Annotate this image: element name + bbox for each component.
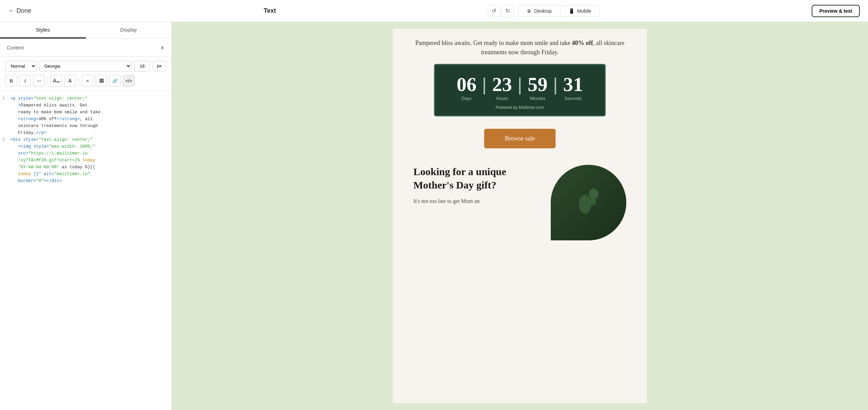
countdown-section: 06 Days | 23 Hours | 59 Minutes (393, 64, 647, 123)
code-editor[interactable]: 1 <p style="text-align: center;" >Pamper… (0, 91, 171, 410)
countdown-days: 06 Days (451, 75, 482, 101)
image-button[interactable]: 🖼 (95, 75, 107, 87)
top-bar: ← Done Text ↺ ↻ 🖥 Desktop 📱 Mobile Previ… (0, 0, 868, 22)
back-label: Done (16, 7, 31, 14)
code-line-7: 2 <div style="text-align: center;" (0, 136, 171, 143)
hero-text-before: Pampered bliss awaits. Get ready to make… (415, 39, 570, 46)
countdown-hours: 23 Hours (487, 75, 517, 101)
line-number-3 (0, 109, 10, 109)
seconds-label: Seconds (563, 96, 583, 101)
text-style-select[interactable]: Normal (5, 61, 36, 71)
back-arrow-icon: ← (8, 7, 14, 14)
link-button[interactable]: 🔗 (109, 75, 121, 87)
code-line-9: src="https://i.mailtimer.io (0, 150, 171, 157)
preview-test-button[interactable]: Preview & test (812, 5, 860, 17)
align-button[interactable]: ≡ (82, 75, 93, 87)
mobile-label: Mobile (577, 8, 591, 14)
days-value: 06 (457, 75, 477, 94)
back-button[interactable]: ← Done (8, 7, 31, 14)
mothers-day-text: Looking for a unique Mother's Day gift? … (413, 165, 540, 205)
line-content-2: >Pampered bliss awaits. Get (10, 102, 171, 109)
line-content-10: /xy7TArMf2H.gif?start={% today (10, 157, 171, 164)
svg-point-2 (589, 198, 596, 205)
line-content-1: <p style="text-align: center;" (10, 95, 171, 102)
minutes-label: Minutes (528, 96, 548, 101)
bold-button[interactable]: B (5, 75, 17, 87)
code-line-6: Friday.</p> (0, 129, 171, 136)
mothers-day-heading: Looking for a unique Mother's Day gift? (413, 165, 540, 192)
line-content-9: src="https://i.mailtimer.io (10, 150, 171, 157)
email-hero-text-section: Pampered bliss awaits. Get ready to make… (393, 29, 647, 64)
line-number-6 (0, 129, 10, 130)
font-unit: px (153, 61, 166, 71)
minutes-value: 59 (528, 75, 548, 94)
code-line-4: <strong>40% off</strong>, all (0, 116, 171, 123)
line-number-2 (0, 102, 10, 102)
sep3: | (553, 76, 558, 93)
hours-value: 23 (492, 75, 512, 94)
mobile-view-button[interactable]: 📱 Mobile (560, 5, 599, 16)
code-button[interactable]: </> (123, 75, 135, 87)
italic-button[interactable]: I (19, 75, 31, 87)
code-line-8: ><img style="max-width: 100%;" (0, 143, 171, 150)
line-content-12: today }}" alt="mailtimer.io" (10, 171, 171, 178)
code-line-10: /xy7TArMf2H.gif?start={% today (0, 157, 171, 164)
browse-sale-button[interactable]: Browse sale (484, 129, 555, 148)
more-button[interactable]: ⋯ (33, 75, 45, 87)
redo-button[interactable]: ↻ (502, 5, 514, 17)
line-content-8: ><img style="max-width: 100%;" (10, 143, 171, 150)
hero-bold-text: 40% off (572, 39, 593, 46)
text-color-button[interactable]: A▬ (50, 75, 62, 87)
collapse-icon[interactable]: ∧ (160, 44, 164, 51)
desktop-view-button[interactable]: 🖥 Desktop (518, 5, 560, 16)
line-number-5 (0, 123, 10, 123)
mobile-icon: 📱 (569, 8, 574, 14)
content-section-header: Content ∧ (0, 39, 171, 57)
format-row2: B I ⋯ A▬ A ≡ 🖼 🔗 </> (5, 75, 166, 87)
undo-button[interactable]: ↺ (488, 5, 500, 17)
browse-section: Browse sale (393, 123, 647, 158)
line-number-13 (0, 178, 10, 178)
countdown-box: 06 Days | 23 Hours | 59 Minutes (434, 64, 606, 116)
highlight-button[interactable]: A (64, 75, 76, 87)
line-content-5: skincare treatments now through (10, 123, 171, 129)
desktop-label: Desktop (534, 8, 552, 14)
line-number-9 (0, 150, 10, 150)
page-title: Text (264, 7, 276, 14)
line-content-13: border="0"></div> (10, 178, 171, 184)
font-size-input[interactable] (134, 61, 150, 71)
line-number-11 (0, 164, 10, 164)
left-panel: Styles Display Content ∧ Normal Georgia … (0, 22, 172, 410)
line-content-3: ready to make mom smile and take (10, 109, 171, 116)
panel-tabs: Styles Display (0, 22, 171, 39)
separator1 (47, 77, 48, 85)
line-number-12 (0, 171, 10, 171)
code-line-13: border="0"></div> (0, 178, 171, 184)
sep2: | (517, 76, 522, 93)
svg-point-1 (579, 195, 591, 214)
svg-point-0 (589, 189, 598, 200)
line-content-6: Friday.</p> (10, 129, 171, 136)
tab-display[interactable]: Display (86, 22, 172, 38)
line-number-7: 2 (0, 136, 10, 143)
sep1: | (482, 76, 487, 93)
view-toggle: 🖥 Desktop 📱 Mobile (518, 5, 600, 17)
hero-paragraph: Pampered bliss awaits. Get ready to make… (413, 38, 626, 57)
mothers-day-section: Looking for a unique Mother's Day gift? … (393, 158, 647, 247)
line-number-10 (0, 157, 10, 157)
top-bar-center: ↺ ↻ 🖥 Desktop 📱 Mobile (488, 5, 600, 17)
powered-by: Powered by Mailtimer.com (449, 105, 591, 110)
font-family-select[interactable]: Georgia (39, 61, 132, 71)
seconds-value: 31 (563, 75, 583, 94)
hours-label: Hours (492, 96, 512, 101)
code-line-11: '%Y-%m-%d %H:%M' as today %}{{ (0, 164, 171, 171)
countdown-numbers: 06 Days | 23 Hours | 59 Minutes (449, 75, 591, 101)
format-controls: Normal Georgia px B I ⋯ A▬ A ≡ 🖼 🔗 </> (0, 57, 171, 91)
right-panel: Pampered bliss awaits. Get ready to make… (172, 22, 868, 410)
image-placeholder (551, 165, 626, 240)
mothers-day-subtext: It's not too late to get Mom an (413, 197, 540, 205)
line-content-7: <div style="text-align: center;" (10, 136, 171, 143)
undo-redo-group: ↺ ↻ (488, 5, 514, 17)
top-bar-left: ← Done (8, 7, 31, 14)
tab-styles[interactable]: Styles (0, 22, 86, 38)
